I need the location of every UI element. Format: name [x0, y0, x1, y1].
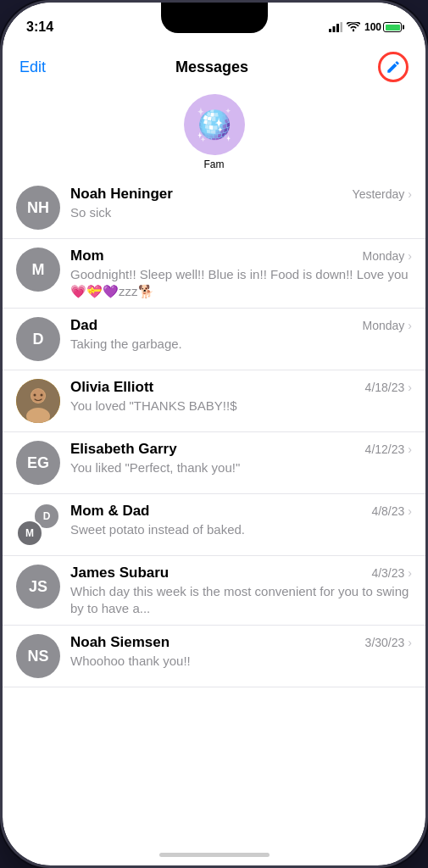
- svg-rect-3: [340, 22, 342, 32]
- svg-point-4: [353, 30, 354, 31]
- svg-rect-0: [329, 29, 331, 32]
- contact-name: Noah Heninger: [70, 186, 173, 203]
- chevron-icon: ›: [408, 504, 412, 518]
- compose-icon-inner: [381, 54, 406, 80]
- message-content: Noah Siemsen 3/30/23 › Whoohoo thank you…: [70, 634, 412, 670]
- contact-name: Dad: [70, 317, 97, 334]
- contact-name: Olivia Elliott: [70, 379, 153, 396]
- message-preview: So sick: [70, 204, 412, 221]
- message-content: Elisabeth Garry 4/12/23 › You liked "Per…: [70, 441, 412, 476]
- avatar: JS: [16, 565, 60, 609]
- notch: [161, 3, 268, 33]
- message-meta: 4/12/23 ›: [365, 442, 412, 456]
- status-icons: 100: [329, 21, 402, 33]
- message-time: Monday: [363, 249, 405, 263]
- contact-name: Elisabeth Garry: [70, 441, 177, 458]
- message-meta: 4/18/23 ›: [365, 381, 412, 394]
- message-meta: Monday ›: [363, 249, 412, 263]
- pinned-section: 🪩 Fam: [3, 86, 425, 177]
- contact-name: Mom: [70, 248, 104, 264]
- avatar: NS: [16, 634, 60, 678]
- avatar: D: [16, 317, 60, 361]
- message-time: 3/30/23: [365, 636, 405, 649]
- phone-frame: 3:14 100: [0, 0, 428, 868]
- battery-label: 100: [364, 21, 381, 33]
- message-content: James Subaru 4/3/23 › Which day this wee…: [70, 565, 412, 616]
- chevron-icon: ›: [408, 319, 412, 332]
- message-content: Noah Heninger Yesterday › So sick: [70, 186, 412, 221]
- message-header: Noah Siemsen 3/30/23 ›: [70, 634, 412, 651]
- message-header: James Subaru 4/3/23 ›: [70, 565, 412, 581]
- message-header: Mom & Dad 4/8/23 ›: [70, 503, 412, 520]
- list-item[interactable]: M Mom Monday › Goodnight!! Sleep well!! …: [3, 239, 425, 309]
- message-header: Noah Heninger Yesterday ›: [70, 186, 412, 203]
- avatar: D M: [16, 503, 60, 547]
- message-header: Mom Monday ›: [70, 248, 412, 264]
- message-meta: 3/30/23 ›: [365, 636, 412, 649]
- compose-icon: [386, 59, 401, 75]
- list-item[interactable]: NS Noah Siemsen 3/30/23 › Whoohoo thank …: [3, 626, 425, 687]
- chevron-icon: ›: [408, 381, 412, 394]
- message-header: Elisabeth Garry 4/12/23 ›: [70, 441, 412, 458]
- message-time: 4/12/23: [365, 442, 405, 456]
- message-preview: Goodnight!! Sleep well!! Blue is in!! Fo…: [70, 266, 412, 299]
- chevron-icon: ›: [408, 249, 412, 263]
- chevron-icon: ›: [408, 442, 412, 456]
- message-preview: You loved "THANKS BABY!!$: [70, 398, 412, 415]
- battery-box: [383, 22, 402, 32]
- olivia-photo: [16, 379, 60, 423]
- list-item[interactable]: EG Elisabeth Garry 4/12/23 › You liked "…: [3, 432, 425, 494]
- message-time: Yesterday: [353, 187, 405, 201]
- message-time: 4/18/23: [365, 381, 405, 394]
- message-time: Monday: [363, 319, 405, 332]
- chevron-icon: ›: [408, 636, 412, 649]
- svg-point-9: [34, 394, 36, 397]
- message-preview: You liked "Perfect, thank you!": [70, 459, 412, 476]
- home-indicator: [159, 853, 270, 857]
- message-preview: Sweet potato instead of baked.: [70, 521, 412, 538]
- pinned-group-emoji: 🪩: [195, 107, 233, 142]
- message-time: 4/3/23: [371, 566, 404, 580]
- message-meta: 4/3/23 ›: [371, 566, 412, 580]
- list-item[interactable]: D M Mom & Dad 4/8/23 › Sweet potato inst…: [3, 494, 425, 556]
- svg-rect-2: [336, 24, 339, 32]
- messages-title: Messages: [175, 58, 248, 76]
- phone-screen: 3:14 100: [3, 3, 425, 865]
- message-content: Mom & Dad 4/8/23 › Sweet potato instead …: [70, 503, 412, 538]
- list-item[interactable]: JS James Subaru 4/3/23 › Which day this …: [3, 556, 425, 626]
- status-time: 3:14: [26, 19, 53, 35]
- message-preview: Whoohoo thank you!!: [70, 653, 412, 670]
- compose-button[interactable]: [378, 52, 409, 82]
- message-content: Olivia Elliott 4/18/23 › You loved "THAN…: [70, 379, 412, 415]
- message-time: 4/8/23: [371, 504, 404, 518]
- message-meta: Yesterday ›: [353, 187, 412, 201]
- pinned-group-avatar[interactable]: 🪩: [184, 94, 245, 155]
- avatar: EG: [16, 441, 60, 485]
- wifi-icon: [347, 22, 360, 32]
- message-meta: 4/8/23 ›: [371, 504, 412, 518]
- list-item[interactable]: NH Noah Heninger Yesterday › So sick: [3, 177, 425, 239]
- list-item[interactable]: D Dad Monday › Taking the garbage.: [3, 309, 425, 370]
- avatar: NH: [16, 186, 60, 230]
- contact-name: Noah Siemsen: [70, 634, 170, 651]
- avatar: M: [16, 248, 60, 292]
- nav-bar: Edit Messages: [3, 45, 425, 86]
- contact-name: Mom & Dad: [70, 503, 150, 520]
- message-meta: Monday ›: [363, 319, 412, 332]
- battery-fill: [386, 25, 400, 31]
- message-preview: Taking the garbage.: [70, 336, 412, 353]
- message-header: Olivia Elliott 4/18/23 ›: [70, 379, 412, 396]
- message-header: Dad Monday ›: [70, 317, 412, 334]
- message-content: Mom Monday › Goodnight!! Sleep well!! Bl…: [70, 248, 412, 299]
- chevron-icon: ›: [408, 566, 412, 580]
- pinned-group-label: Fam: [204, 159, 225, 170]
- edit-button[interactable]: Edit: [19, 58, 46, 76]
- contact-name: James Subaru: [70, 565, 169, 581]
- message-list: NH Noah Heninger Yesterday › So sick M: [3, 177, 425, 687]
- battery-indicator: 100: [364, 21, 402, 33]
- signal-icon: [329, 22, 342, 32]
- chevron-icon: ›: [408, 187, 412, 201]
- message-content: Dad Monday › Taking the garbage.: [70, 317, 412, 353]
- list-item[interactable]: Olivia Elliott 4/18/23 › You loved "THAN…: [3, 370, 425, 432]
- avatar: [16, 379, 60, 423]
